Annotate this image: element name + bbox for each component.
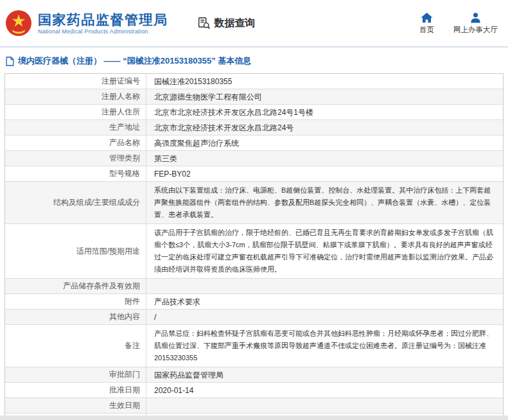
- row-value: 北京源德生物医学工程有限公司: [146, 89, 503, 104]
- row-value: [146, 279, 503, 293]
- row-label: 生效日期: [5, 398, 146, 413]
- table-row: 注册人名称北京源德生物医学工程有限公司: [5, 89, 503, 105]
- row-label: 审批部门: [5, 367, 146, 382]
- row-label: 产品储存条件及有效期: [5, 279, 146, 293]
- row-label: 适用范围/预期用途: [5, 224, 146, 278]
- row-value: 该产品用于子宫肌瘤的治疗，限于绝经前的、已婚已育且无再生育要求的育龄期妇女单发或…: [146, 224, 503, 278]
- row-value: 第三类: [146, 151, 503, 166]
- table-row: 注册人住所北京市北京经济技术开发区永昌北路24号1号楼: [5, 105, 503, 120]
- row-value: 2020-01-14: [146, 383, 503, 398]
- org-name-cn: 国家药品监督管理局: [38, 12, 168, 28]
- table-row: 生效日期: [5, 398, 503, 414]
- row-value: 系统由以下装置组成：治疗床、电源柜、B超侧位装置、控制台、水处理装置。其中治疗床…: [146, 182, 503, 223]
- table-row: 注册证编号国械注准20153180355: [5, 74, 503, 89]
- page: 国家药品监督管理局 National Medical Products Admi…: [0, 0, 508, 420]
- table-row: 附件产品技术要求: [5, 294, 503, 310]
- row-label: 注册证编号: [5, 74, 146, 89]
- table-row: 产品储存条件及有效期: [5, 279, 503, 294]
- row-label: 结构及组成/主要组成成分: [5, 182, 146, 223]
- top-nav: 首页 网上办事大厅: [419, 12, 502, 35]
- nav-service-hall[interactable]: 网上办事大厅: [453, 12, 498, 35]
- data-search-icon: [198, 17, 211, 30]
- table-row: 其他内容/: [5, 310, 503, 325]
- data-query-tab[interactable]: 数据查询: [198, 17, 256, 30]
- table-row: 批准日期2020-01-14: [5, 383, 503, 398]
- row-value: 国家药品监督管理局: [146, 367, 503, 382]
- home-icon: [421, 12, 433, 23]
- site-logo[interactable]: 国家药品监督管理局 National Medical Products Admi…: [5, 10, 168, 37]
- row-label: 批准日期: [5, 383, 146, 398]
- national-emblem-icon: [5, 10, 32, 37]
- table-row: 备注产品禁忌症：妇科检查怀疑子宫肌瘤有恶变可能或合并其他妇科恶性肿瘤；月经期或怀…: [5, 325, 503, 367]
- row-value: [146, 398, 503, 413]
- row-label: 生产地址: [5, 120, 146, 135]
- table-row: 审批部门国家药品监督管理局: [5, 367, 503, 383]
- nav-home[interactable]: 首页: [419, 12, 434, 35]
- site-header: 国家药品监督管理局 National Medical Products Admi…: [0, 0, 508, 48]
- data-query-label: 数据查询: [215, 17, 256, 30]
- org-name-en: National Medical Products Administration: [38, 28, 168, 35]
- table-row: 产品名称高强度聚焦超声治疗系统: [5, 136, 503, 151]
- row-label: 产品名称: [5, 136, 146, 150]
- info-table: 注册证编号国械注准20153180355注册人名称北京源德生物医学工程有限公司注…: [4, 73, 504, 420]
- row-value: FEP-BY02: [146, 166, 503, 181]
- row-value: 产品禁忌症：妇科检查怀疑子宫肌瘤有恶变可能或合并其他妇科恶性肿瘤；月经期或怀孕患…: [146, 325, 503, 367]
- document-icon: [6, 57, 14, 66]
- table-row: 结构及组成/主要组成成分系统由以下装置组成：治疗床、电源柜、B超侧位装置、控制台…: [5, 182, 503, 224]
- table-row: 型号规格FEP-BY02: [5, 166, 503, 182]
- row-label: 管理类别: [5, 151, 146, 166]
- row-value: 高强度聚焦超声治疗系统: [146, 136, 503, 150]
- row-value: /: [146, 310, 503, 324]
- row-label: 注册人住所: [5, 105, 146, 119]
- table-row: 生产地址北京市北京经济技术开发区永昌北路24号: [5, 120, 503, 136]
- breadcrumb-text: 境内医疗器械（注册） —— “国械注准20153180355” 基本信息: [18, 55, 251, 67]
- row-value: 产品技术要求: [146, 294, 503, 309]
- row-value: 国械注准20153180355: [146, 74, 503, 89]
- nav-home-label: 首页: [419, 25, 434, 35]
- row-value: 北京市北京经济技术开发区永昌北路24号: [146, 120, 503, 135]
- table-row: 适用范围/预期用途该产品用于子宫肌瘤的治疗，限于绝经前的、已婚已育且无再生育要求…: [5, 224, 503, 279]
- nav-service-hall-label: 网上办事大厅: [453, 25, 498, 35]
- row-value: 北京市北京经济技术开发区永昌北路24号1号楼: [146, 105, 503, 119]
- row-label: 其他内容: [5, 310, 146, 324]
- row-label: 附件: [5, 294, 146, 309]
- person-icon: [470, 12, 481, 23]
- table-row: 管理类别第三类: [5, 151, 503, 166]
- footer-strip: [0, 416, 508, 420]
- row-label: 型号规格: [5, 166, 146, 181]
- row-label: 注册人名称: [5, 89, 146, 104]
- row-label: 备注: [5, 325, 146, 367]
- breadcrumb: 境内医疗器械（注册） —— “国械注准20153180355” 基本信息: [0, 48, 508, 73]
